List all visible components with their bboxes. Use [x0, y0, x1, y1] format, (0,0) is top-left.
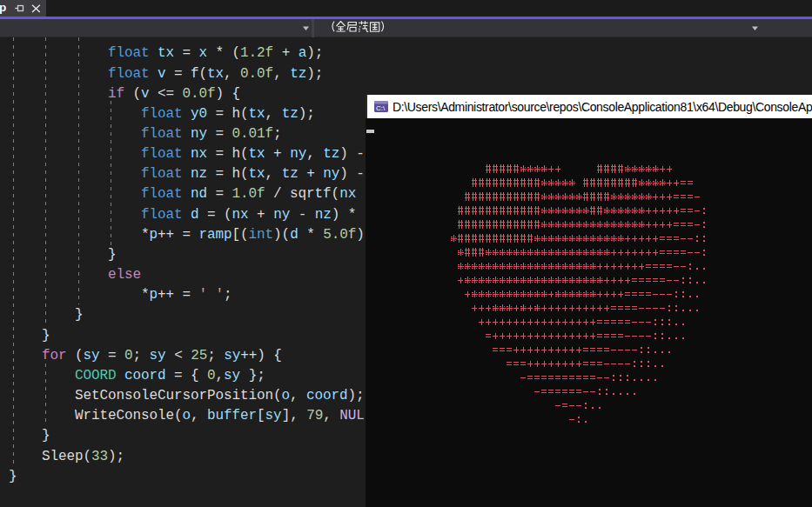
- svg-text:C:\: C:\: [376, 104, 386, 112]
